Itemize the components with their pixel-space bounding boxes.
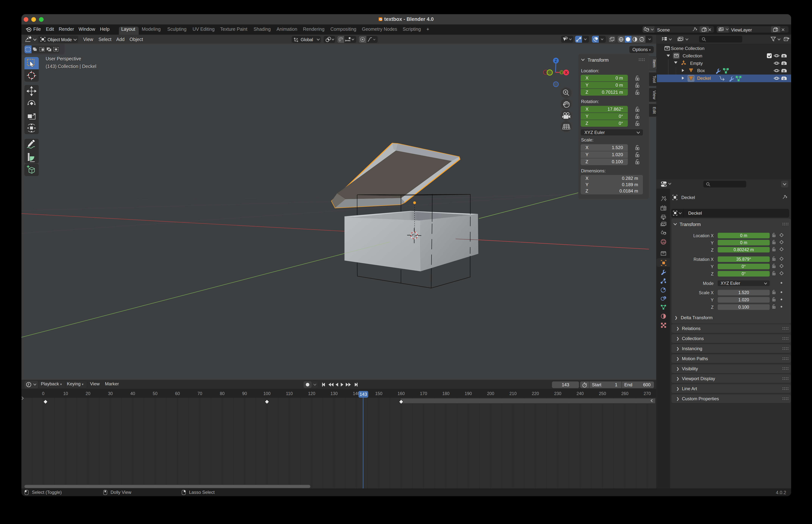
svg-text:230: 230	[554, 391, 561, 396]
svg-text:0: 0	[42, 391, 45, 396]
svg-text:90: 90	[242, 391, 247, 396]
svg-text:Select (Toggle): Select (Toggle)	[32, 490, 62, 495]
svg-text:190: 190	[465, 391, 472, 396]
svg-text:270: 270	[644, 391, 651, 396]
svg-text:170: 170	[420, 391, 427, 396]
svg-text:210: 210	[509, 391, 517, 396]
svg-text:60: 60	[175, 391, 180, 396]
svg-text:160: 160	[397, 391, 405, 396]
svg-text:50: 50	[153, 391, 158, 396]
svg-text:30: 30	[108, 391, 113, 396]
svg-text:110: 110	[286, 391, 293, 396]
svg-text:20: 20	[85, 391, 91, 396]
svg-text:40: 40	[130, 391, 135, 396]
svg-text:250: 250	[599, 391, 606, 396]
svg-text:Z: Z	[555, 58, 557, 63]
svg-text:Y: Y	[561, 70, 563, 75]
svg-text:X: X	[565, 70, 568, 75]
svg-text:Lasso Select: Lasso Select	[189, 490, 215, 495]
svg-text:10: 10	[63, 391, 68, 396]
svg-text:70: 70	[197, 391, 202, 396]
svg-text:150: 150	[375, 391, 382, 396]
svg-text:180: 180	[442, 391, 450, 396]
svg-text:Dolly View: Dolly View	[111, 490, 131, 495]
svg-text:80: 80	[220, 391, 225, 396]
svg-text:240: 240	[576, 391, 584, 396]
svg-text:260: 260	[621, 391, 628, 396]
svg-text:143: 143	[360, 392, 367, 397]
svg-text:100: 100	[263, 391, 271, 396]
svg-text:200: 200	[487, 391, 494, 396]
svg-text:120: 120	[308, 391, 315, 396]
svg-text:130: 130	[330, 391, 338, 396]
svg-text:220: 220	[532, 391, 539, 396]
